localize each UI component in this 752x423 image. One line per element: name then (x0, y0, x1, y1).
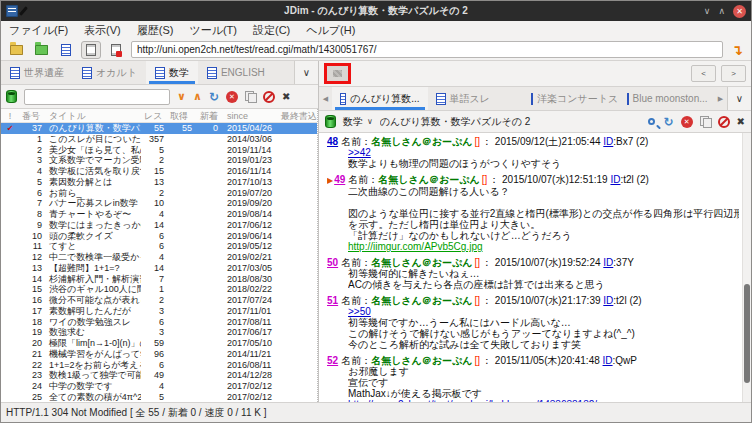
column-header[interactable]: 最終書込 (277, 109, 317, 122)
thread-row[interactable]: 19数強求む32017/06/17 (1, 327, 317, 338)
vertical-scrollbar[interactable] (742, 133, 751, 402)
thread-row[interactable]: 25全ての素数の積が4π^2で52017/02/12 (1, 392, 317, 402)
post-id-link[interactable]: ID (603, 295, 613, 306)
menu-help[interactable]: ヘルプ(H) (306, 23, 355, 38)
menu-settings[interactable]: 設定(C) (253, 23, 290, 38)
post-id-link[interactable]: ID (610, 174, 620, 185)
close-thread-icon[interactable]: ✖ (737, 117, 745, 127)
thread-tab-menu-button[interactable]: ∨ (727, 87, 751, 110)
thread-row[interactable]: 21機械学習をがんばって学ぶ962014/11/21 (1, 349, 317, 360)
board-tab-menu-button[interactable]: ∨ (294, 61, 318, 84)
search-down-icon[interactable]: ∨ (177, 91, 186, 102)
column-header[interactable]: タイトル (45, 109, 141, 122)
column-header[interactable]: 取得 (167, 109, 197, 122)
board-tab-0[interactable]: 世界遺産 (1, 61, 73, 84)
thread-row[interactable]: ✔37のんびり算数・数学パズルその2555502015/04/26 (1, 123, 317, 134)
thread-row[interactable]: 1このスレが目についたら何か3572014/03/06 (1, 134, 317, 145)
delete-icon[interactable] (226, 91, 238, 103)
thread-search-input[interactable] (24, 89, 170, 105)
tab-scroll-left-icon[interactable]: ◀ (319, 87, 332, 110)
post-number-link[interactable]: 48 (327, 136, 338, 147)
image-link[interactable]: http://iimgur.com/APvb5Cg.jpg (348, 241, 483, 252)
thread-row[interactable]: 20極限「lim[n→1-0](n)」の結592017/05/10 (1, 338, 317, 349)
image-view-toggle-button[interactable] (106, 41, 126, 59)
menu-file[interactable]: ファイル(F) (9, 23, 68, 38)
favorites-button[interactable] (31, 41, 51, 59)
anchor-link[interactable]: >>50 (348, 306, 371, 317)
thread-row[interactable]: 8青チャートやるぞ〜42019/08/14 (1, 209, 317, 220)
thread-row[interactable]: 16微分不可能な点が表れる関22017/07/24 (1, 295, 317, 306)
thread-row[interactable]: 13【超難問】1+1=?142017/03/05 (1, 263, 317, 274)
url-input[interactable] (131, 41, 723, 58)
column-header[interactable]: レス (141, 109, 167, 122)
menu-history[interactable]: 履歴(S) (137, 23, 174, 38)
delete-icon[interactable] (681, 116, 693, 128)
thread-row[interactable]: 12中二で数検準一級受かった42019/02/21 (1, 252, 317, 263)
image-thumbnail-button[interactable] (324, 63, 351, 84)
thread-row[interactable]: 221+1=2をお前らが考える最も62016/08/11 (1, 360, 317, 371)
close-button[interactable]: ✕ (733, 5, 746, 18)
copy-icon[interactable] (700, 116, 711, 127)
close-board-icon[interactable]: ✖ (282, 92, 290, 102)
thread-tab-3[interactable]: Blue moonston... (619, 87, 715, 110)
post-name: 名無しさん＠おーぷん (378, 174, 479, 185)
column-header[interactable]: since (225, 109, 277, 122)
reload-thread-icon[interactable]: ↻ (664, 116, 674, 128)
row-last-write (277, 209, 317, 220)
post-number-link[interactable]: 50 (327, 257, 338, 268)
thread-row[interactable]: 14杉浦解析入門・解析演習を72018/08/30 (1, 274, 317, 285)
thread-view-button[interactable] (81, 41, 101, 59)
board-list-button[interactable] (6, 41, 26, 59)
thread-row[interactable]: 4数学板に活気を取り戻すぞ152016/11/14 (1, 166, 317, 177)
row-mark-cell (1, 177, 19, 188)
post-body: >>50初等幾何ですか…うーん私にはハードル高いな…この解けそうで解けない感じが… (327, 306, 739, 350)
scrollbar-thumb[interactable] (744, 284, 750, 384)
image-next-button[interactable]: > (721, 65, 746, 82)
anchor-link[interactable]: >>42 (348, 147, 371, 158)
thread-tab-2[interactable]: 洋楽コンサートスレ (523, 87, 619, 110)
maximize-button[interactable]: ∧ (718, 7, 725, 16)
stop-icon[interactable] (718, 116, 730, 128)
thread-row[interactable]: 24中学の数学です42017/02/12 (1, 381, 317, 392)
copy-icon[interactable] (245, 91, 256, 102)
post-id-link[interactable]: ID (603, 136, 613, 147)
post-id-link[interactable]: ID (603, 355, 613, 366)
post-number-link[interactable]: 49 (334, 174, 345, 185)
menu-tools[interactable]: ツール(T) (189, 23, 237, 38)
post-number-link[interactable]: 52 (327, 355, 338, 366)
menu-view[interactable]: 表示(V) (84, 23, 121, 38)
board-tab-2[interactable]: 数学 (146, 61, 198, 84)
thread-row[interactable]: 6お前ら_22019/07/20 (1, 188, 317, 199)
column-header[interactable]: 番号 (19, 109, 45, 122)
board-tab-3[interactable]: ENGLISH (198, 61, 274, 84)
image-prev-button[interactable]: < (691, 65, 716, 82)
thread-row[interactable]: 15渋谷のギャル100人に聞い12018/02/22 (1, 284, 317, 295)
post-number-link[interactable]: 51 (327, 295, 338, 306)
thread-tab-0[interactable]: のんびり算数... (332, 87, 428, 110)
tab-scroll-right-icon[interactable]: ▶ (714, 87, 727, 110)
board-select-dropdown[interactable]: 数学 ∨ (343, 115, 373, 129)
thread-tab-1[interactable]: 単語スレ (428, 87, 524, 110)
column-header[interactable]: ! (1, 109, 19, 122)
thread-row[interactable]: 18ワイの数学勉強スレ62017/08/11 (1, 317, 317, 328)
thread-row[interactable]: 11てすと62019/05/12 (1, 241, 317, 252)
thread-row[interactable]: 2美少女「ほら見て、私のおま52019/11/14 (1, 145, 317, 156)
thread-row[interactable]: 23数検1級って独学で可能?492014/12/28 (1, 370, 317, 381)
reload-board-icon[interactable]: ↻ (209, 91, 219, 103)
anchor-link[interactable]: http://super2ch.net/test/read.cgi/kqbbzo… (348, 399, 597, 402)
minimize-button[interactable]: ∨ (704, 7, 711, 16)
column-header[interactable]: 新着 (197, 109, 225, 122)
thread-row[interactable]: 17素数解明したんだが32017/11/01 (1, 306, 317, 317)
board-tab-1[interactable]: オカルト (73, 61, 146, 84)
board-view-button[interactable] (56, 41, 76, 59)
thread-row[interactable]: 5素因数分解とは132017/10/13 (1, 177, 317, 188)
thread-row[interactable]: 7バナー応募スレin数学102019/09/20 (1, 198, 317, 209)
thread-row[interactable]: 10頭の柔軟クイズ62019/06/14 (1, 231, 317, 242)
thread-row[interactable]: 9数学にはまったきっかけを教142017/06/12 (1, 220, 317, 231)
post-id-link[interactable]: ID (603, 257, 613, 268)
stop-icon[interactable] (263, 91, 275, 103)
go-url-icon[interactable]: ↴ (728, 43, 746, 57)
search-icon[interactable] (648, 118, 655, 125)
thread-row[interactable]: 3文系数学でマーカン受験22019/01/23 (1, 155, 317, 166)
search-up-icon[interactable]: ∧ (193, 91, 202, 102)
